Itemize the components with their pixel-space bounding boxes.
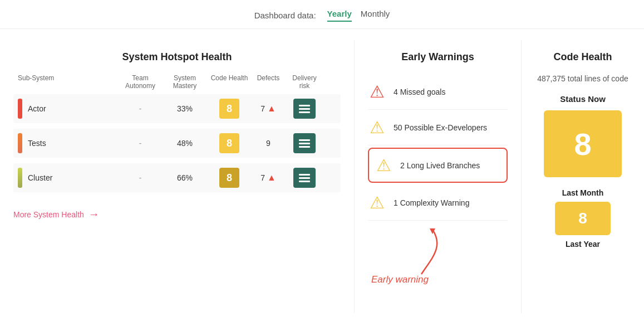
top-bar: Dashboard data: Yearly Monthly <box>0 0 644 29</box>
tab-yearly[interactable]: Yearly <box>327 9 352 22</box>
warning-item-long-lived-highlight[interactable]: ⚠ 2 Long Lived Branches <box>368 148 508 183</box>
code-health-panel: Code Health 487,375 total lines of code … <box>522 40 644 313</box>
actor-delivery-risk[interactable] <box>285 99 324 119</box>
cluster-team-autonomy: - <box>118 173 163 182</box>
cluster-defects: 7 ▲ <box>252 173 285 183</box>
svg-rect-5 <box>299 146 310 148</box>
annotation-arrow <box>377 224 466 280</box>
last-month-label: Last Month <box>535 188 631 197</box>
actor-team-autonomy: - <box>118 104 163 113</box>
color-bar-actor <box>18 99 22 119</box>
header-delivery-risk: Deliveryrisk <box>285 74 324 90</box>
warning-text-complexity: 1 Complexity Warning <box>394 198 469 207</box>
cluster-code-health: 8 <box>207 168 252 188</box>
header-defects: Defects <box>252 74 285 90</box>
header-code-health: Code Health <box>207 74 252 90</box>
dashboard-label: Dashboard data: <box>254 11 316 20</box>
code-health-title: Code Health <box>535 51 631 63</box>
actor-code-health-badge: 8 <box>219 99 239 119</box>
table-row: Cluster - 66% 8 7 ▲ <box>13 163 341 192</box>
warning-icon-long-lived: ⚠ <box>375 155 392 175</box>
code-health-total: 487,375 total lines of code <box>535 74 631 83</box>
header-subsystem: Sub-System <box>18 74 118 90</box>
row-name-cluster: Cluster <box>28 173 52 182</box>
actor-defects: 7 ▲ <box>252 104 285 114</box>
hotspot-panel: System Hotspot Health Sub-System TeamAut… <box>0 40 355 313</box>
table-row: Actor - 33% 8 7 ▲ <box>13 94 341 123</box>
svg-rect-0 <box>299 105 310 106</box>
tests-code-health: 8 <box>207 133 252 153</box>
warning-text-missed: 4 Missed goals <box>394 87 445 96</box>
svg-rect-6 <box>299 174 310 176</box>
main-content: System Hotspot Health Sub-System TeamAut… <box>0 29 644 324</box>
actor-menu-icon[interactable] <box>293 99 316 119</box>
row-name-actor: Actor <box>28 104 46 113</box>
warnings-title: Early Warnings <box>368 51 508 63</box>
hamburger-icon <box>299 172 310 183</box>
header-team-autonomy: TeamAutonomy <box>118 74 163 90</box>
cluster-menu-icon[interactable] <box>293 168 316 188</box>
svg-rect-1 <box>299 108 310 110</box>
row-label-cluster: Cluster <box>18 168 118 188</box>
warning-item-ex-developers[interactable]: ⚠ 50 Possible Ex-Developers <box>368 110 508 145</box>
hamburger-icon <box>299 138 310 149</box>
tests-code-health-badge: 8 <box>219 133 239 153</box>
cluster-defects-arrow: ▲ <box>267 173 276 183</box>
svg-rect-2 <box>299 111 310 113</box>
color-bar-cluster <box>18 168 22 188</box>
warning-text-long-lived: 2 Long Lived Branches <box>400 161 480 170</box>
tests-menu-icon[interactable] <box>293 133 316 153</box>
more-link-label: More System Health <box>13 210 84 219</box>
warnings-panel: Early Warnings ⚠ 4 Missed goals ⚠ 50 Pos… <box>355 40 522 313</box>
header-system-mastery: SystemMastery <box>163 74 207 90</box>
last-month-badge: 8 <box>555 202 611 235</box>
warning-icon-complexity: ⚠ <box>368 193 386 212</box>
more-system-health-link[interactable]: More System Health → <box>13 208 341 221</box>
table-header: Sub-System TeamAutonomy SystemMastery Co… <box>13 74 341 90</box>
svg-rect-7 <box>299 177 310 179</box>
tab-monthly[interactable]: Monthly <box>361 9 390 22</box>
warning-item-long-lived: ⚠ 2 Long Lived Branches <box>375 152 501 178</box>
warning-icon-ex-dev: ⚠ <box>368 118 386 137</box>
tests-team-autonomy: - <box>118 139 163 148</box>
table-row: Tests - 48% 8 9 <box>13 129 341 158</box>
warning-item-missed-goals[interactable]: ⚠ 4 Missed goals <box>368 74 508 110</box>
svg-rect-3 <box>299 139 310 141</box>
svg-rect-4 <box>299 143 310 144</box>
status-now-label: Status Now <box>535 94 631 104</box>
last-year-label: Last Year <box>535 240 631 249</box>
tests-delivery-risk[interactable] <box>285 133 324 153</box>
more-link-arrow-icon: → <box>89 208 100 221</box>
status-now-badge: 8 <box>544 110 622 177</box>
row-label-tests: Tests <box>18 133 118 153</box>
svg-rect-8 <box>299 181 310 182</box>
warning-item-complexity[interactable]: ⚠ 1 Complexity Warning <box>368 185 508 221</box>
cluster-code-health-badge: 8 <box>219 168 239 188</box>
warning-icon-missed: ⚠ <box>368 82 386 101</box>
actor-system-mastery: 33% <box>163 104 207 113</box>
actor-defects-arrow: ▲ <box>267 104 276 114</box>
period-tabs: Yearly Monthly <box>327 9 390 22</box>
actor-code-health: 8 <box>207 99 252 119</box>
tests-system-mastery: 48% <box>163 139 207 148</box>
cluster-system-mastery: 66% <box>163 173 207 182</box>
hamburger-icon <box>299 103 310 114</box>
row-label-actor: Actor <box>18 99 118 119</box>
color-bar-tests <box>18 133 22 153</box>
early-warning-annotation: Early warning <box>371 274 429 285</box>
warning-text-ex-dev: 50 Possible Ex-Developers <box>394 123 487 132</box>
tests-defects: 9 <box>252 139 285 148</box>
row-name-tests: Tests <box>28 139 46 148</box>
cluster-delivery-risk[interactable] <box>285 168 324 188</box>
hotspot-title: System Hotspot Health <box>13 51 341 63</box>
